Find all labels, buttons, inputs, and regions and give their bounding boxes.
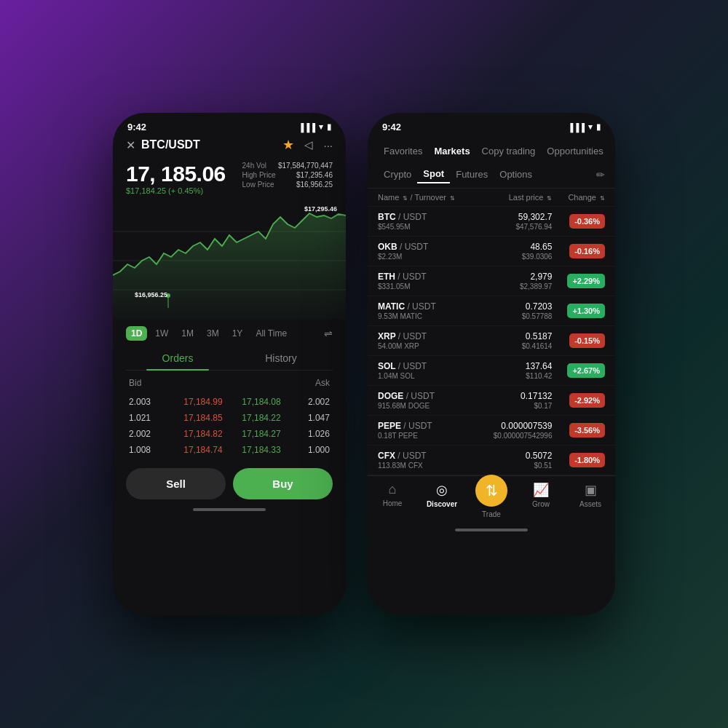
- bid-qty: 2.002: [129, 429, 158, 439]
- send-icon[interactable]: ◁: [304, 138, 313, 151]
- market-last-cell: 0.7203 $0.57788: [483, 301, 552, 320]
- trade-button[interactable]: ⇅: [475, 475, 507, 507]
- high-row: High Price $17,295.46: [242, 171, 333, 179]
- turnover-sort-icon[interactable]: ⇅: [450, 195, 455, 202]
- list-item[interactable]: PEPE / USDT 0.18T PEPE 0.000007539 $0.00…: [368, 416, 615, 446]
- order-tabs: Orders History: [126, 347, 333, 371]
- bid-price[interactable]: 17,184.85: [172, 413, 223, 423]
- list-item[interactable]: ETH / USDT $331.05M 2,979 $2,389.97 +2.2…: [368, 266, 615, 296]
- table-row: 2.003 17,184.99 17,184.08 2.002: [126, 394, 333, 410]
- market-change-cell: +1.30%: [552, 304, 605, 318]
- change-badge: +2.67%: [567, 363, 605, 378]
- left-time: 9:42: [127, 122, 146, 132]
- favorite-icon[interactable]: ★: [282, 137, 294, 153]
- bid-price[interactable]: 17,184.99: [172, 397, 223, 407]
- home-nav-icon: ⌂: [389, 482, 397, 497]
- pair-section: ✕ BTC/USDT: [126, 138, 200, 152]
- list-item[interactable]: CFX / USDT 113.83M CFX 0.5072 $0.51 -1.8…: [368, 446, 615, 475]
- nav-tab-da[interactable]: Da: [609, 141, 615, 161]
- change-badge: +1.30%: [567, 304, 605, 318]
- bid-price[interactable]: 17,184.82: [172, 429, 223, 439]
- top-actions: ★ ◁ ···: [282, 137, 333, 153]
- market-change-cell: -3.56%: [552, 423, 605, 438]
- edit-icon[interactable]: ✏: [596, 169, 605, 181]
- wifi-icon: ▾: [319, 122, 323, 132]
- nav-tab-opportunities[interactable]: Opportunities: [541, 141, 609, 161]
- tf-1d[interactable]: 1D: [126, 326, 147, 341]
- tf-3m[interactable]: 3M: [202, 326, 224, 341]
- table-row: 1.021 17,184.85 17,184.22 1.047: [126, 410, 333, 426]
- ask-price[interactable]: 17,184.27: [236, 429, 287, 439]
- asset-sub: 0.18T PEPE: [378, 432, 483, 440]
- pair-name: BTC/USDT: [141, 138, 200, 151]
- last-price-sub: $0.57788: [483, 312, 552, 320]
- price-chart[interactable]: $17,295.46 $16,956.25: [113, 202, 346, 319]
- right-time: 9:42: [382, 122, 401, 132]
- bid-price[interactable]: 17,184.74: [172, 445, 223, 455]
- sell-button[interactable]: Sell: [126, 468, 226, 499]
- vol-val: $17,584,770,447: [278, 162, 333, 170]
- buy-button[interactable]: Buy: [233, 468, 333, 499]
- list-item[interactable]: XRP / USDT 54.00M XRP 0.5187 $0.41614 -0…: [368, 326, 615, 356]
- change-badge: +2.29%: [567, 274, 605, 288]
- sub-tab-crypto[interactable]: Crypto: [378, 166, 417, 183]
- nav-tab-favorites[interactable]: Favorites: [378, 141, 428, 161]
- tab-history[interactable]: History: [229, 347, 333, 370]
- asset-sub: 113.83M CFX: [378, 462, 483, 470]
- tf-1y[interactable]: 1Y: [227, 326, 248, 341]
- ask-price[interactable]: 17,184.33: [236, 445, 287, 455]
- sub-tab-futures[interactable]: Futures: [450, 166, 494, 183]
- last-price-sub: $39.0306: [483, 253, 552, 261]
- chart-settings-icon[interactable]: ⇌: [324, 328, 333, 339]
- nav-tab-markets[interactable]: Markets: [428, 141, 475, 161]
- low-row: Low Price $16,956.25: [242, 181, 333, 189]
- bottom-nav-trade[interactable]: ⇅ Trade: [467, 475, 516, 518]
- chart-high-label: $17,295.46: [304, 205, 337, 213]
- market-change-cell: -0.16%: [552, 244, 605, 258]
- bottom-nav-discover[interactable]: ◎ Discover: [417, 482, 467, 518]
- ask-qty: 2.002: [301, 397, 330, 407]
- market-name-cell: PEPE / USDT 0.18T PEPE: [378, 421, 483, 440]
- asset-sub: $2.23M: [378, 253, 483, 261]
- ask-price[interactable]: 17,184.22: [236, 413, 287, 423]
- change-badge: -0.15%: [569, 333, 605, 348]
- market-name-cell: ETH / USDT $331.05M: [378, 272, 483, 290]
- bottom-nav: ⌂ Home ◎ Discover ⇅ Trade 📈 Grow ▣ Asset…: [368, 475, 615, 526]
- tf-1m[interactable]: 1M: [176, 326, 199, 341]
- table-row: 2.002 17,184.82 17,184.27 1.026: [126, 426, 333, 442]
- bottom-nav-grow[interactable]: 📈 Grow: [516, 482, 566, 518]
- bid-qty: 1.008: [129, 445, 158, 455]
- change-badge: -0.16%: [569, 244, 605, 258]
- ask-price[interactable]: 17,184.08: [236, 397, 287, 407]
- right-status-icons: ▐▐▐ ▾ ▮: [568, 122, 601, 132]
- right-content: FavoritesMarketsCopy tradingOpportunitie…: [368, 137, 615, 526]
- sub-tab-options[interactable]: Options: [494, 166, 538, 183]
- market-change-cell: -1.80%: [552, 453, 605, 467]
- list-item[interactable]: MATIC / USDT 9.53M MATIC 0.7203 $0.57788…: [368, 296, 615, 326]
- order-book-header: Bid Ask: [126, 378, 333, 388]
- list-item[interactable]: SOL / USDT 1.04M SOL 137.64 $110.42 +2.6…: [368, 356, 615, 386]
- vol-row: 24h Vol $17,584,770,447: [242, 162, 333, 170]
- asset-sub: 1.04M SOL: [378, 372, 483, 380]
- change-sort-icon[interactable]: ⇅: [600, 195, 605, 202]
- list-item[interactable]: DOGE / USDT 915.68M DOGE 0.17132 $0.17 -…: [368, 386, 615, 416]
- tab-orders[interactable]: Orders: [126, 347, 229, 370]
- more-icon[interactable]: ···: [323, 139, 333, 151]
- name-sort-icon[interactable]: ⇅: [403, 195, 408, 202]
- bottom-nav-home[interactable]: ⌂ Home: [368, 482, 417, 518]
- nav-tab-copy-trading[interactable]: Copy trading: [476, 141, 542, 161]
- chart-low-label: $16,956.25: [135, 291, 167, 298]
- bottom-nav-assets[interactable]: ▣ Assets: [566, 482, 615, 518]
- list-item[interactable]: OKB / USDT $2.23M 48.65 $39.0306 -0.16%: [368, 237, 615, 266]
- action-buttons: Sell Buy: [126, 458, 333, 505]
- last-price-main: 0.17132: [483, 391, 552, 401]
- list-item[interactable]: BTC / USDT $545.95M 59,302.7 $47,576.94 …: [368, 207, 615, 237]
- change-badge: -3.56%: [569, 423, 605, 438]
- asset-pair: CFX / USDT: [378, 451, 483, 461]
- tf-alltime[interactable]: All Time: [250, 326, 292, 341]
- tf-1w[interactable]: 1W: [150, 326, 173, 341]
- last-sort-icon[interactable]: ⇅: [547, 195, 552, 202]
- sub-tab-spot[interactable]: Spot: [417, 165, 450, 183]
- close-button[interactable]: ✕: [126, 138, 135, 152]
- last-price-main: 0.000007539: [483, 421, 552, 431]
